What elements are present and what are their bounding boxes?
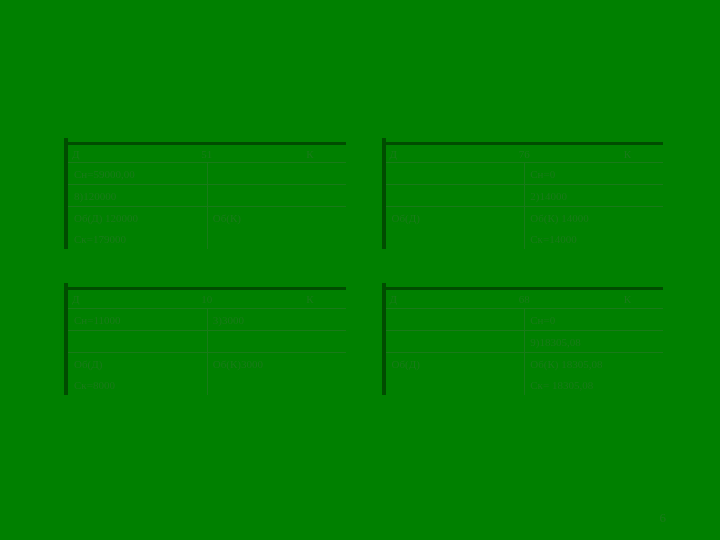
ob-right: Об(К) 14000 bbox=[524, 207, 663, 228]
t-account-body: Сн=0 2)14000 Об(Д)Об(К) 14000 Ск=14000 bbox=[386, 163, 664, 249]
ob-left: Об(Д) 120000 bbox=[68, 207, 207, 228]
t-account-body: Сн=59000,00 8)120000 Об(Д) 120000Об(К) С… bbox=[68, 163, 346, 249]
t-account-body: Сн=0 9)18305,08 Об(Д)Об(К) 18305,08 Ск= … bbox=[386, 309, 664, 395]
t-account-header: Д 76 К bbox=[386, 142, 664, 163]
entry-right: 9)18305,08 bbox=[524, 331, 663, 352]
sn-left bbox=[386, 309, 525, 330]
sn-left: Сн=11000 bbox=[68, 309, 207, 330]
ob-right: Об(К) 18305,08 bbox=[524, 353, 663, 374]
sk-right bbox=[207, 374, 346, 395]
sn-right: Сн=0 bbox=[524, 163, 663, 184]
sn-right: 3)3000 bbox=[207, 309, 346, 330]
sk-left bbox=[386, 228, 525, 249]
sk-right: Ск=14000 bbox=[524, 228, 663, 249]
sn-left bbox=[386, 163, 525, 184]
row-2: Д 10 К Сн=110003)3000 Об(Д)Об(К)3000 Ск=… bbox=[68, 287, 663, 394]
account-number: 10 bbox=[68, 293, 346, 305]
ob-left: Об(Д) bbox=[68, 353, 207, 374]
ob-right: Об(К) bbox=[207, 207, 346, 228]
sk-right bbox=[207, 228, 346, 249]
entry-left: 8)120000 bbox=[68, 185, 207, 206]
page-number: 6 bbox=[660, 510, 667, 526]
row-1: Д 51 К Сн=59000,00 8)120000 Об(Д) 120000… bbox=[68, 142, 663, 249]
sk-left: Ск=8000 bbox=[68, 374, 207, 395]
sk-right: Ск= 18305,08 bbox=[524, 374, 663, 395]
blank bbox=[207, 331, 346, 352]
sk-left bbox=[386, 374, 525, 395]
sn-right bbox=[207, 163, 346, 184]
ob-right: Об(К)3000 bbox=[207, 353, 346, 374]
blank bbox=[68, 331, 207, 352]
t-account-51: Д 51 К Сн=59000,00 8)120000 Об(Д) 120000… bbox=[68, 142, 346, 249]
t-account-header: Д 68 К bbox=[386, 287, 664, 308]
account-number: 51 bbox=[68, 148, 346, 160]
account-number: 76 bbox=[386, 148, 664, 160]
t-account-header: Д 51 К bbox=[68, 142, 346, 163]
ob-left: Об(Д) bbox=[386, 207, 525, 228]
t-account-body: Сн=110003)3000 Об(Д)Об(К)3000 Ск=8000 bbox=[68, 309, 346, 395]
t-account-header: Д 10 К bbox=[68, 287, 346, 308]
entry-right bbox=[207, 185, 346, 206]
sn-left: Сн=59000,00 bbox=[68, 163, 207, 184]
t-account-68: Д 68 К Сн=0 9)18305,08 Об(Д)Об(К) 18305,… bbox=[386, 287, 664, 394]
ob-left: Об(Д) bbox=[386, 353, 525, 374]
entry-left bbox=[386, 331, 525, 352]
sk-left: Ск=179000 bbox=[68, 228, 207, 249]
t-account-76: Д 76 К Сн=0 2)14000 Об(Д)Об(К) 14000 Ск=… bbox=[386, 142, 664, 249]
entry-left bbox=[386, 185, 525, 206]
t-account-10: Д 10 К Сн=110003)3000 Об(Д)Об(К)3000 Ск=… bbox=[68, 287, 346, 394]
account-number: 68 bbox=[386, 293, 664, 305]
slide-content: Д 51 К Сн=59000,00 8)120000 Об(Д) 120000… bbox=[68, 142, 663, 395]
sn-right: Сн=0 bbox=[524, 309, 663, 330]
entry-right: 2)14000 bbox=[524, 185, 663, 206]
